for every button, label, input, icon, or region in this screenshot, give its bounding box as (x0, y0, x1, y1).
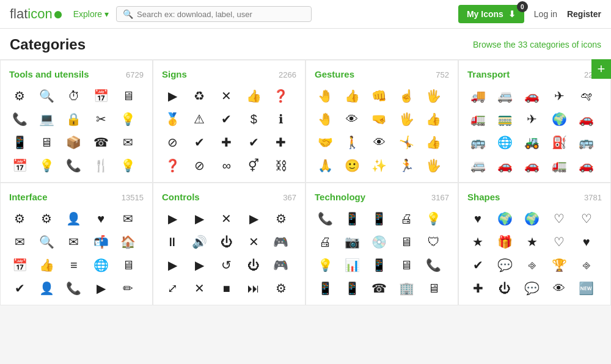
icon-cell[interactable]: 🖥 (118, 86, 139, 106)
icon-cell[interactable]: 🖐 (423, 155, 444, 176)
icon-cell[interactable]: ⎆ (522, 255, 543, 275)
icon-cell[interactable]: ✨ (369, 155, 390, 176)
category-card-interface[interactable]: Interface13515⚙⚙👤♥✉✉🔍✉📬🏠📅👍≡🌐🖥✔👤📞▶✏ (0, 183, 153, 305)
icon-cell[interactable]: 📞 (315, 208, 335, 229)
icon-cell[interactable]: 📦 (64, 132, 84, 153)
icon-cell[interactable]: 👁 (549, 278, 569, 299)
icon-cell[interactable]: ⤢ (162, 278, 183, 299)
icon-cell[interactable]: 📅 (9, 255, 30, 275)
icon-cell[interactable]: 👍 (243, 86, 264, 106)
icon-cell[interactable]: 🏠 (118, 231, 139, 252)
category-card-gestures[interactable]: Gestures752🤚👍👊☝🖐🤚👁🤜🖐👍🤝🚶👁🤸👍🙏🙂✨🏃🖐 (306, 60, 458, 183)
icon-cell[interactable]: 💡 (36, 155, 57, 176)
icon-cell[interactable]: 🏃 (396, 155, 417, 176)
icon-cell[interactable]: 🔍 (36, 231, 57, 252)
icon-cell[interactable]: 📱 (9, 132, 30, 153)
icon-cell[interactable]: 🖨 (396, 208, 417, 229)
icon-cell[interactable]: ★ (467, 231, 488, 252)
icon-cell[interactable]: ✚ (216, 132, 237, 153)
icon-cell[interactable]: ✔ (467, 255, 488, 275)
icon-cell[interactable]: ⏻ (243, 255, 264, 275)
icon-cell[interactable]: 🥇 (162, 109, 183, 129)
icon-cell[interactable]: ⏭ (243, 278, 264, 299)
icon-cell[interactable]: ⏸ (162, 231, 183, 252)
icon-cell[interactable]: 🚗 (494, 155, 515, 176)
icon-cell[interactable]: 💻 (36, 109, 57, 129)
icon-cell[interactable]: ☝ (396, 86, 417, 106)
icon-cell[interactable]: 💡 (118, 155, 139, 176)
icon-cell[interactable]: 🚗 (522, 155, 543, 176)
logo[interactable]: flaticon● (10, 5, 64, 23)
icon-cell[interactable]: 🆕 (576, 278, 597, 299)
icon-cell[interactable]: 💬 (522, 278, 543, 299)
category-card-transport[interactable]: Transport2201🚚🚐🚗✈🛩🚛🚃✈🌍🚗🚌🌐🚜⛽🚌🚐🚗🚗🚛🚗 (458, 60, 611, 183)
icon-cell[interactable]: 🤜 (369, 109, 390, 129)
icon-cell[interactable]: 💬 (494, 255, 515, 275)
icon-cell[interactable]: 🌍 (522, 208, 543, 229)
icon-cell[interactable]: 🚌 (576, 132, 597, 153)
icon-cell[interactable]: ∞ (216, 155, 237, 176)
icon-cell[interactable]: ♥ (90, 208, 111, 229)
icon-cell[interactable]: ✉ (118, 132, 139, 153)
icon-cell[interactable]: 🛡 (423, 231, 444, 252)
icon-cell[interactable]: 📷 (342, 231, 362, 252)
icon-cell[interactable]: ▶ (162, 255, 183, 275)
icon-cell[interactable]: 🔒 (64, 109, 84, 129)
icon-cell[interactable]: 🌐 (90, 255, 111, 275)
icon-cell[interactable]: ✉ (118, 208, 139, 229)
icon-cell[interactable]: ♡ (549, 208, 569, 229)
search-bar[interactable]: 🔍 (116, 6, 312, 22)
icon-cell[interactable]: ⊘ (162, 132, 183, 153)
icon-cell[interactable]: ✈ (522, 109, 543, 129)
icon-cell[interactable]: 🔊 (189, 231, 210, 252)
icon-cell[interactable]: 📅 (90, 86, 111, 106)
category-card-tools-and-utensils[interactable]: Tools and utensils6729⚙🔍⏱📅🖥📞💻🔒✂💡📱🖥📦☎✉📅💡📞… (0, 60, 153, 183)
icon-cell[interactable]: ▶ (243, 208, 264, 229)
icon-cell[interactable]: ⚙ (271, 278, 291, 299)
icon-cell[interactable]: ✏ (118, 278, 139, 299)
icon-cell[interactable]: ❓ (162, 155, 183, 176)
login-link[interactable]: Log in (534, 9, 557, 19)
icon-cell[interactable]: ≡ (64, 255, 84, 275)
explore-button[interactable]: Explore ▾ (73, 9, 109, 19)
icon-cell[interactable]: 🚛 (467, 109, 488, 129)
icon-cell[interactable]: 📞 (64, 278, 84, 299)
icon-cell[interactable]: ✔ (189, 132, 210, 153)
icon-cell[interactable]: ✕ (243, 231, 264, 252)
icon-cell[interactable]: 📞 (423, 255, 444, 275)
icon-cell[interactable]: ▶ (162, 208, 183, 229)
icon-cell[interactable]: 🙏 (315, 155, 335, 176)
icon-cell[interactable]: 🎮 (271, 255, 291, 275)
icon-cell[interactable]: ■ (216, 278, 237, 299)
icon-cell[interactable]: ✚ (467, 278, 488, 299)
icon-cell[interactable]: ↺ (216, 255, 237, 275)
icon-cell[interactable]: 🛩 (576, 86, 597, 106)
icon-cell[interactable]: ⊘ (189, 155, 210, 176)
icon-cell[interactable]: ⏻ (216, 231, 237, 252)
icon-cell[interactable]: ♥ (467, 208, 488, 229)
icon-cell[interactable]: ✚ (271, 132, 291, 153)
icon-cell[interactable]: ❓ (271, 86, 291, 106)
icon-cell[interactable]: 📱 (369, 208, 390, 229)
icon-cell[interactable]: 🖥 (396, 255, 417, 275)
icon-cell[interactable]: 🏆 (549, 255, 569, 275)
category-card-controls[interactable]: Controls367▶▶✕▶⚙⏸🔊⏻✕🎮▶▶↺⏻🎮⤢✕■⏭⚙ (153, 183, 306, 305)
icon-cell[interactable]: 📞 (64, 155, 84, 176)
icon-cell[interactable]: ▶ (162, 86, 183, 106)
icon-cell[interactable]: 🚚 (467, 86, 488, 106)
icon-cell[interactable]: 📅 (9, 155, 30, 176)
icon-cell[interactable]: 🚶 (342, 132, 362, 153)
icon-cell[interactable]: ☎ (90, 132, 111, 153)
icon-cell[interactable]: 👤 (36, 278, 57, 299)
icon-cell[interactable]: 🚗 (576, 155, 597, 176)
icon-cell[interactable]: 🤚 (315, 86, 335, 106)
icon-cell[interactable]: ▶ (189, 208, 210, 229)
icon-cell[interactable]: ♡ (576, 208, 597, 229)
icon-cell[interactable]: ⚥ (243, 155, 264, 176)
icon-cell[interactable]: 🚜 (522, 132, 543, 153)
icon-cell[interactable]: 📱 (342, 278, 362, 299)
icon-cell[interactable]: 🖥 (36, 132, 57, 153)
icon-cell[interactable]: 📞 (9, 109, 30, 129)
icon-cell[interactable]: 👁 (369, 132, 390, 153)
icon-cell[interactable]: ✉ (64, 231, 84, 252)
